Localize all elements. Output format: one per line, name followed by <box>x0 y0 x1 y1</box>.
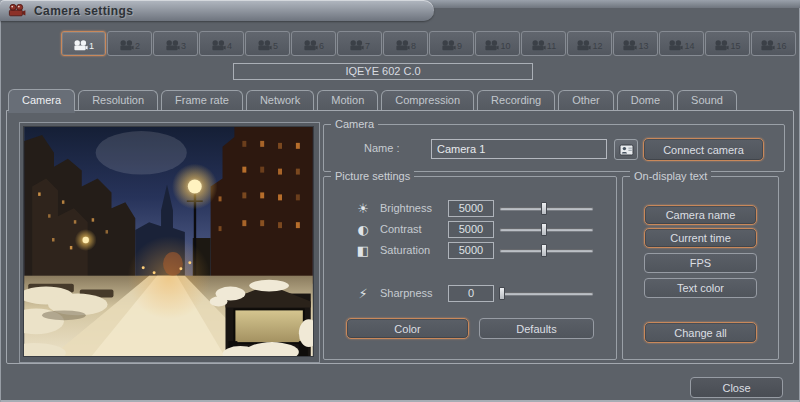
title-bar[interactable]: Camera settings <box>0 0 434 21</box>
camera-group-title: Camera <box>331 118 378 131</box>
camera-name-input[interactable] <box>431 139 607 159</box>
brightness-label: Brightness <box>380 202 432 214</box>
connect-camera-button[interactable]: Connect camera <box>643 138 764 161</box>
camera-icon <box>576 40 591 51</box>
sharpness-icon: ⚡ <box>354 286 372 302</box>
camera-button-number: 15 <box>730 42 740 51</box>
tab-sound[interactable]: Sound <box>677 90 737 110</box>
slider-handle[interactable] <box>541 202 547 215</box>
defaults-button[interactable]: Defaults <box>479 318 594 339</box>
camera-icon <box>714 40 729 51</box>
contrast-row: ◐ Contrast 5000 <box>324 220 616 240</box>
sharpness-slider[interactable] <box>500 287 593 300</box>
brightness-slider[interactable] <box>500 202 593 215</box>
camera-settings-window: Camera settings 1 2 3 <box>0 0 800 402</box>
brightness-icon: ☀ <box>354 201 372 217</box>
camera-button-12[interactable]: 12 <box>567 31 612 56</box>
tab-label: Compression <box>395 94 460 106</box>
camera-button-number: 16 <box>776 42 786 51</box>
color-button[interactable]: Color <box>346 318 469 339</box>
camera-icon <box>349 40 364 51</box>
saturation-slider[interactable] <box>500 244 593 257</box>
camera-button-16[interactable]: 16 <box>751 31 796 56</box>
tab-label: Camera <box>22 94 61 106</box>
camera-button-11[interactable]: 11 <box>521 31 566 56</box>
brightness-row: ☀ Brightness 5000 <box>324 199 616 219</box>
camera-group: Camera Name : Connect camera <box>323 124 785 172</box>
camera-button-9[interactable]: 9 <box>429 31 474 56</box>
close-button[interactable]: Close <box>690 377 783 398</box>
slider-track <box>500 292 593 295</box>
on-display-text-group: On-display text Camera nameCurrent timeF… <box>622 176 779 360</box>
saturation-icon: ◧ <box>354 243 372 259</box>
camera-button-10[interactable]: 10 <box>475 31 520 56</box>
camera-icon <box>484 40 499 51</box>
camera-button-1[interactable]: 1 <box>61 31 106 56</box>
camera-button-2[interactable]: 2 <box>107 31 152 56</box>
current-time-button[interactable]: Current time <box>644 228 757 248</box>
text-color-button[interactable]: Text color <box>644 278 757 298</box>
tab-frame-rate[interactable]: Frame rate <box>161 90 243 110</box>
tab-camera[interactable]: Camera <box>8 89 75 111</box>
camera-button-8[interactable]: 8 <box>383 31 428 56</box>
tab-label: Motion <box>331 94 364 106</box>
camera-button-number: 8 <box>411 42 416 51</box>
camera-button-4[interactable]: 4 <box>199 31 244 56</box>
tab-motion[interactable]: Motion <box>317 90 378 110</box>
camera-button-13[interactable]: 13 <box>613 31 658 56</box>
tab-label: Frame rate <box>175 94 229 106</box>
camera-icon <box>211 40 226 51</box>
camera-icon <box>303 40 318 51</box>
tab-bar: CameraResolutionFrame rateNetworkMotionC… <box>8 89 737 110</box>
camera-button-7[interactable]: 7 <box>337 31 382 56</box>
saturation-label: Saturation <box>380 244 430 256</box>
fps-button[interactable]: FPS <box>644 253 757 273</box>
sharpness-row: ⚡ Sharpness 0 <box>324 284 616 304</box>
camera-name-button[interactable]: Camera name <box>644 205 757 225</box>
camera-button-number: 1 <box>89 42 94 51</box>
tab-other[interactable]: Other <box>558 90 614 110</box>
camera-button-14[interactable]: 14 <box>659 31 704 56</box>
tab-compression[interactable]: Compression <box>381 90 474 110</box>
sharpness-label: Sharpness <box>380 287 433 299</box>
saturation-value[interactable]: 5000 <box>448 242 494 259</box>
contrast-icon: ◐ <box>354 222 372 238</box>
tab-resolution[interactable]: Resolution <box>78 90 158 110</box>
movie-camera-icon <box>8 4 26 17</box>
saturation-row: ◧ Saturation 5000 <box>324 241 616 261</box>
camera-icon <box>760 40 775 51</box>
address-book-button[interactable] <box>614 139 638 160</box>
camera-button-number: 14 <box>684 42 694 51</box>
camera-icon <box>622 40 637 51</box>
camera-selector: 1 2 3 4 <box>61 31 796 56</box>
camera-button-6[interactable]: 6 <box>291 31 336 56</box>
contrast-value[interactable]: 5000 <box>448 221 494 238</box>
camera-preview-image <box>23 126 314 357</box>
picture-settings-group: Picture settings ☀ Brightness 5000 ◐ Con… <box>323 176 617 360</box>
tab-dome[interactable]: Dome <box>617 90 674 110</box>
device-model-field[interactable]: IQEYE 602 C.0 <box>233 63 533 80</box>
camera-button-3[interactable]: 3 <box>153 31 198 56</box>
slider-handle[interactable] <box>541 244 547 257</box>
brightness-value[interactable]: 5000 <box>448 200 494 217</box>
tab-label: Network <box>260 94 300 106</box>
tab-recording[interactable]: Recording <box>477 90 555 110</box>
contrast-slider[interactable] <box>500 223 593 236</box>
camera-button-15[interactable]: 15 <box>705 31 750 56</box>
picture-settings-title: Picture settings <box>331 170 414 183</box>
camera-button-number: 4 <box>227 42 232 51</box>
tab-label: Other <box>572 94 600 106</box>
change-all-button[interactable]: Change all <box>644 322 757 343</box>
camera-button-5[interactable]: 5 <box>245 31 290 56</box>
camera-button-number: 6 <box>319 42 324 51</box>
camera-icon <box>119 40 134 51</box>
slider-handle[interactable] <box>499 287 505 300</box>
camera-button-number: 10 <box>500 42 510 51</box>
tab-network[interactable]: Network <box>246 90 314 110</box>
camera-button-number: 5 <box>273 42 278 51</box>
sharpness-value[interactable]: 0 <box>448 285 494 302</box>
slider-handle[interactable] <box>541 223 547 236</box>
tab-label: Dome <box>631 94 660 106</box>
camera-icon <box>668 40 683 51</box>
camera-button-number: 9 <box>457 42 462 51</box>
